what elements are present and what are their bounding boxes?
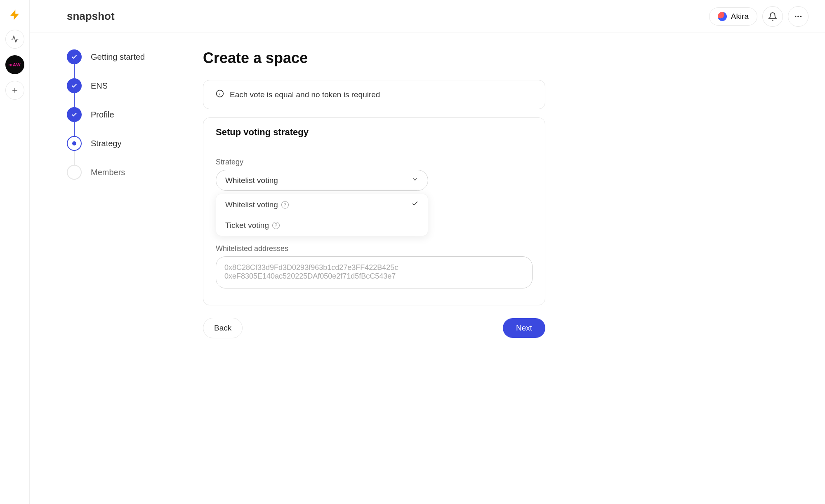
card-title: Setup voting strategy [203,118,545,147]
check-icon [411,200,419,209]
step-label: Profile [91,110,114,120]
bolt-logo-icon[interactable] [7,7,23,23]
info-icon [216,89,224,100]
strategy-option-whitelist[interactable]: Whitelist voting ? [216,194,428,215]
topbar: snapshot Akira [30,0,825,33]
step-label: Strategy [91,139,121,148]
back-button[interactable]: Back [203,318,243,338]
whitelisted-addresses-input[interactable] [216,256,533,288]
voting-strategy-card: Setup voting strategy Strategy Whitelist… [203,117,545,305]
user-name: Akira [731,12,749,21]
strategy-dropdown: Whitelist voting ? Ticket vot [216,194,428,236]
user-avatar-icon [718,12,727,21]
add-space-button[interactable] [5,81,24,100]
brand-title: snapshot [67,10,115,23]
step-label: Getting started [91,52,145,62]
help-icon[interactable]: ? [281,201,289,209]
stepper: Getting started ENS Profile [67,49,170,338]
option-label: Ticket voting [225,221,269,230]
svg-point-3 [797,16,799,17]
addresses-field-label: Whitelisted addresses [216,244,533,253]
info-text: Each vote is equal and no token is requi… [230,90,380,99]
strategy-field-label: Strategy [216,158,533,166]
info-box: Each vote is equal and no token is requi… [203,80,545,109]
step-label: ENS [91,81,108,91]
space-avatar[interactable]: mAW [5,55,24,74]
strategy-select[interactable]: Whitelist voting [216,170,428,191]
page-title: Create a space [203,49,545,67]
user-menu[interactable]: Akira [709,7,757,26]
chevron-down-icon [411,176,419,185]
strategy-selected-value: Whitelist voting [225,176,278,185]
notifications-button[interactable] [762,6,783,27]
svg-point-2 [795,16,797,17]
next-button[interactable]: Next [503,318,545,338]
step-getting-started[interactable]: Getting started [67,49,170,78]
step-members[interactable]: Members [67,165,170,180]
help-icon[interactable]: ? [272,222,280,229]
more-menu-button[interactable] [788,6,808,27]
option-label: Whitelist voting [225,200,278,209]
strategy-option-ticket[interactable]: Ticket voting ? [216,215,428,236]
space-avatar-label: mAW [8,62,21,67]
activity-icon[interactable] [5,30,24,49]
step-label: Members [91,168,125,177]
step-profile[interactable]: Profile [67,107,170,136]
step-ens[interactable]: ENS [67,78,170,107]
left-rail: mAW [0,0,30,504]
step-strategy[interactable]: Strategy [67,136,170,165]
svg-point-4 [800,16,802,17]
